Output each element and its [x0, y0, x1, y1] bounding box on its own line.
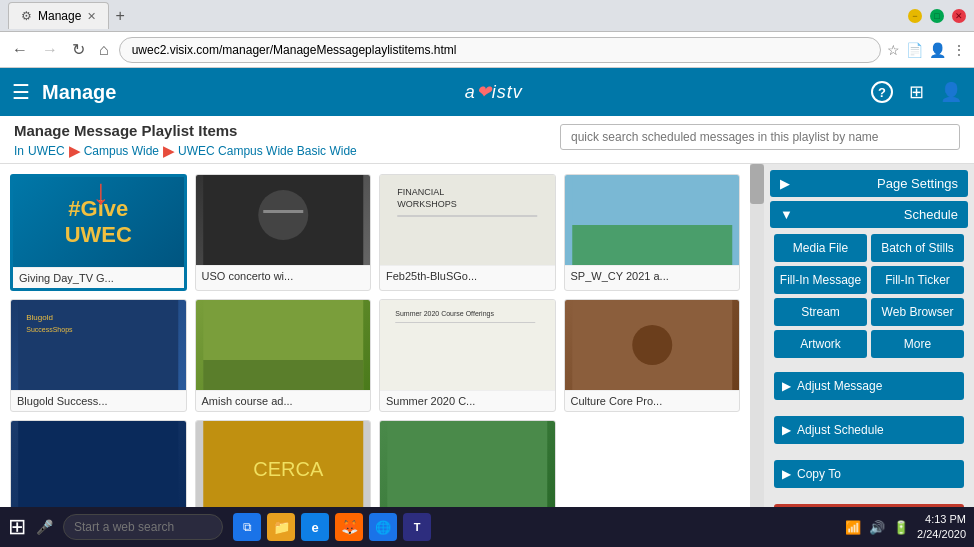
- copy-to-button[interactable]: ▶ Copy To: [774, 460, 964, 488]
- list-item[interactable]: SP_W_CY 2021 a...: [564, 174, 741, 291]
- svg-rect-19: [18, 421, 178, 511]
- card-thumbnail: [11, 421, 186, 511]
- bookmark-icon[interactable]: ☆: [887, 42, 900, 58]
- fill-in-ticker-button[interactable]: Fill-In Ticker: [871, 266, 964, 294]
- battery-icon: 🔋: [893, 520, 909, 535]
- svg-point-1: [258, 190, 308, 240]
- window-minimize-button[interactable]: −: [908, 9, 922, 23]
- card-label: USO concerto wi...: [196, 265, 371, 286]
- window-maximize-button[interactable]: □: [930, 9, 944, 23]
- help-icon[interactable]: ?: [871, 81, 893, 103]
- stream-button[interactable]: Stream: [774, 298, 867, 326]
- list-item[interactable]: Summer 2020 Course Offerings Summer 2020…: [379, 299, 556, 412]
- svg-rect-13: [203, 360, 363, 390]
- card-label: Feb25th-BluSGo...: [380, 265, 555, 286]
- reload-button[interactable]: ↻: [68, 38, 89, 61]
- adjust-schedule-chevron-icon: ▶: [782, 423, 791, 437]
- volume-icon[interactable]: 🔊: [869, 520, 885, 535]
- hamburger-icon[interactable]: ☰: [12, 80, 30, 104]
- app-bar: ☰ Manage a❤istv ? ⊞ 👤: [0, 68, 974, 116]
- web-browser-button[interactable]: Web Browser: [871, 298, 964, 326]
- browser-tab[interactable]: ⚙ Manage ✕: [8, 2, 109, 29]
- address-bar-icons: ☆ 📄 👤 ⋮: [887, 42, 966, 58]
- page-settings-chevron-icon: ▶: [780, 176, 790, 191]
- app-logo: a❤istv: [465, 81, 523, 103]
- breadcrumb-sep-1: ▶: [69, 143, 80, 159]
- card-label: Culture Core Pro...: [565, 390, 740, 411]
- page-settings-header[interactable]: ▶ Page Settings: [770, 170, 968, 197]
- selection-arrow-icon: ↓: [92, 174, 110, 210]
- user-profile-icon[interactable]: 👤: [940, 81, 962, 103]
- tab-title: Manage: [38, 9, 81, 23]
- file-explorer-icon[interactable]: 📁: [267, 513, 295, 541]
- scrollbar[interactable]: [750, 164, 764, 539]
- adjust-message-button[interactable]: ▶ Adjust Message: [774, 372, 964, 400]
- window-close-button[interactable]: ✕: [952, 9, 966, 23]
- back-button[interactable]: ←: [8, 39, 32, 61]
- schedule-section: ▼ Schedule Media File Batch of Stills Fi…: [770, 201, 968, 364]
- card-grid: #GiveUWEC Giving Day_TV G... USO concert…: [10, 174, 740, 533]
- list-item[interactable]: Culture Core Pro...: [564, 299, 741, 412]
- tab-bar: ⚙ Manage ✕ +: [8, 0, 131, 32]
- start-button[interactable]: ⊞: [8, 514, 26, 540]
- card-label: SP_W_CY 2021 a...: [565, 265, 740, 286]
- schedule-label: Schedule: [904, 207, 958, 222]
- taskbar: ⊞ 🎤 ⧉ 📁 e 🦊 🌐 T 📶 🔊 🔋 4:13 PM 2/24/2020: [0, 507, 974, 547]
- breadcrumb-level3[interactable]: UWEC Campus Wide Basic Wide: [178, 144, 357, 158]
- svg-text:WORKSHOPS: WORKSHOPS: [397, 199, 457, 209]
- right-sidebar: ▶ Page Settings ▼ Schedule Media File Ba…: [764, 164, 974, 539]
- schedule-header[interactable]: ▼ Schedule: [770, 201, 968, 228]
- svg-text:CERCA: CERCA: [253, 458, 324, 480]
- artwork-button[interactable]: Artwork: [774, 330, 867, 358]
- copy-to-chevron-icon: ▶: [782, 467, 791, 481]
- card-label: Summer 2020 C...: [380, 390, 555, 411]
- breadcrumb-area: Manage Message Playlist Items In UWEC ▶ …: [0, 116, 974, 164]
- card-thumbnail: [196, 300, 371, 390]
- clock-time: 4:13 PM: [917, 512, 966, 527]
- pdf-icon: 📄: [906, 42, 923, 58]
- more-button[interactable]: More: [871, 330, 964, 358]
- firefox-icon[interactable]: 🦊: [335, 513, 363, 541]
- svg-rect-6: [397, 215, 537, 217]
- account-icon[interactable]: 👤: [929, 42, 946, 58]
- menu-icon[interactable]: ⋮: [952, 42, 966, 58]
- tab-close-icon[interactable]: ✕: [87, 10, 96, 23]
- breadcrumb-level1[interactable]: UWEC: [28, 144, 65, 158]
- list-item[interactable]: BlugoldSuccessShops Blugold Success...: [10, 299, 187, 412]
- breadcrumb-level2[interactable]: Campus Wide: [84, 144, 159, 158]
- list-item[interactable]: USO concerto wi...: [195, 174, 372, 291]
- svg-point-18: [632, 325, 672, 365]
- clock-date: 2/24/2020: [917, 527, 966, 542]
- task-view-icon[interactable]: ⧉: [233, 513, 261, 541]
- network-icon: 📶: [845, 520, 861, 535]
- media-file-button[interactable]: Media File: [774, 234, 867, 262]
- taskbar-clock[interactable]: 4:13 PM 2/24/2020: [917, 512, 966, 543]
- page-settings-label: Page Settings: [877, 176, 958, 191]
- main-layout: ↓ #GiveUWEC Giving Day_TV G... USO conce…: [0, 164, 974, 539]
- search-input[interactable]: [560, 124, 960, 150]
- edge-icon[interactable]: e: [301, 513, 329, 541]
- new-tab-button[interactable]: +: [109, 7, 130, 25]
- teams-icon[interactable]: T: [403, 513, 431, 541]
- chrome-icon[interactable]: 🌐: [369, 513, 397, 541]
- content-area: ↓ #GiveUWEC Giving Day_TV G... USO conce…: [0, 164, 750, 539]
- card-thumbnail: FINANCIALWORKSHOPS: [380, 175, 555, 265]
- address-bar: ← → ↻ ⌂ ☆ 📄 👤 ⋮: [0, 32, 974, 68]
- list-item[interactable]: FINANCIALWORKSHOPS Feb25th-BluSGo...: [379, 174, 556, 291]
- taskbar-search-input[interactable]: [63, 514, 223, 540]
- list-item[interactable]: Amish course ad...: [195, 299, 372, 412]
- adjust-message-chevron-icon: ▶: [782, 379, 791, 393]
- home-button[interactable]: ⌂: [95, 39, 113, 61]
- svg-rect-2: [263, 210, 303, 213]
- schedule-button-grid: Media File Batch of Stills Fill-In Messa…: [770, 228, 968, 364]
- fill-in-message-button[interactable]: Fill-In Message: [774, 266, 867, 294]
- apps-grid-icon[interactable]: ⊞: [909, 81, 924, 103]
- batch-of-stills-button[interactable]: Batch of Stills: [871, 234, 964, 262]
- forward-button[interactable]: →: [38, 39, 62, 61]
- card-thumbnail: [565, 175, 740, 265]
- url-input[interactable]: [119, 37, 881, 63]
- copy-to-section: ▶ Copy To: [770, 456, 968, 496]
- adjust-schedule-button[interactable]: ▶ Adjust Schedule: [774, 416, 964, 444]
- scroll-thumb[interactable]: [750, 164, 764, 204]
- card-label: Giving Day_TV G...: [13, 267, 184, 288]
